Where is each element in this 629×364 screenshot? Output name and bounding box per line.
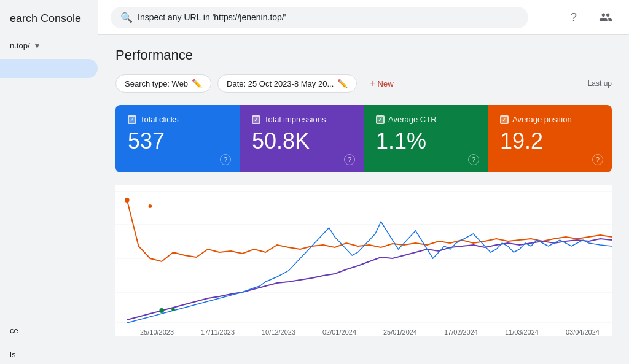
metric-cards: Total clicks 537 ? Total impressions 50.… xyxy=(115,105,612,172)
plus-icon: + xyxy=(369,78,375,89)
x-label-3: 02/01/2024 xyxy=(322,328,356,336)
orange-line xyxy=(127,200,612,261)
edit-icon-date: ✏️ xyxy=(337,79,348,88)
clicks-value: 537 xyxy=(128,130,227,152)
orange-dot-2 xyxy=(149,204,152,208)
sidebar: earch Console n.top/ ▼ ce ls xyxy=(0,0,98,364)
x-label-2: 10/12/2023 xyxy=(262,328,295,336)
sidebar-item-ls[interactable]: ls xyxy=(0,345,98,364)
clicks-label: Total clicks xyxy=(128,115,227,124)
x-label-0: 25/10/2023 xyxy=(140,328,174,336)
edit-icon-search-type: ✏️ xyxy=(192,79,202,88)
top-bar: 🔍 Inspect any URL in 'https://jenenin.to… xyxy=(98,0,629,35)
position-help-icon[interactable]: ? xyxy=(592,154,603,165)
chevron-down-icon: ▼ xyxy=(34,42,41,50)
content-area: Performance Search type: Web ✏️ Date: 25… xyxy=(98,35,629,364)
ctr-checkbox[interactable] xyxy=(376,115,385,124)
ctr-help-icon[interactable]: ? xyxy=(468,154,479,165)
sidebar-bottom-label-2: ls xyxy=(10,350,15,359)
sidebar-domain[interactable]: n.top/ ▼ xyxy=(0,37,98,54)
filter-bar: Search type: Web ✏️ Date: 25 Oct 2023-8 … xyxy=(115,74,612,93)
metric-card-impressions[interactable]: Total impressions 50.8K ? xyxy=(240,105,364,172)
sidebar-domain-label: n.top/ xyxy=(10,41,30,50)
chart-svg xyxy=(115,191,612,326)
x-label-5: 17/02/2024 xyxy=(444,328,478,336)
sidebar-title: earch Console xyxy=(0,12,98,33)
orange-dot xyxy=(125,198,130,203)
help-icon: ? xyxy=(571,11,577,24)
help-icon-btn[interactable]: ? xyxy=(563,6,585,28)
x-label-7: 03/04/2024 xyxy=(566,328,600,336)
ctr-label: Average CTR xyxy=(376,115,475,124)
x-label-4: 25/01/2024 xyxy=(383,328,417,336)
new-filter-label: New xyxy=(378,79,394,88)
performance-chart xyxy=(115,191,612,326)
sidebar-nav-active[interactable] xyxy=(0,59,98,78)
metric-card-ctr[interactable]: Average CTR 1.1% ? xyxy=(364,105,488,172)
position-label: Average position xyxy=(500,115,600,124)
sidebar-item-ce[interactable]: ce xyxy=(0,321,98,340)
chart-area: 25/10/2023 17/11/2023 10/12/2023 02/01/2… xyxy=(115,185,612,336)
position-checkbox[interactable] xyxy=(500,115,509,124)
search-type-filter[interactable]: Search type: Web ✏️ xyxy=(115,74,211,93)
search-type-label: Search type: Web xyxy=(125,79,188,88)
green-dot-1 xyxy=(159,308,164,313)
account-icon xyxy=(599,10,612,24)
blue-line xyxy=(127,222,612,323)
impressions-checkbox[interactable] xyxy=(252,115,260,124)
metric-card-position[interactable]: Average position 19.2 ? xyxy=(488,105,612,172)
search-bar[interactable]: 🔍 Inspect any URL in 'https://jenenin.to… xyxy=(111,7,528,28)
clicks-checkbox[interactable] xyxy=(128,115,136,124)
search-icon: 🔍 xyxy=(120,12,133,23)
position-value: 19.2 xyxy=(500,130,600,152)
impressions-value: 50.8K xyxy=(252,130,351,152)
x-axis-labels: 25/10/2023 17/11/2023 10/12/2023 02/01/2… xyxy=(115,326,612,336)
date-filter[interactable]: Date: 25 Oct 2023-8 May 20... ✏️ xyxy=(217,74,357,93)
impressions-help-icon[interactable]: ? xyxy=(344,154,355,165)
sidebar-nav-label xyxy=(10,64,12,73)
account-icon-btn[interactable] xyxy=(595,6,617,28)
ctr-value: 1.1% xyxy=(376,130,475,152)
metric-card-clicks[interactable]: Total clicks 537 ? xyxy=(115,105,240,172)
sidebar-bottom-label-1: ce xyxy=(10,326,18,335)
last-updated: Last up xyxy=(588,79,612,88)
page-title: Performance xyxy=(115,47,612,63)
x-label-1: 17/11/2023 xyxy=(201,328,235,336)
purple-line xyxy=(127,239,612,320)
green-dot-2 xyxy=(171,308,175,311)
app-wrapper: 🔍 Inspect any URL in 'https://jenenin.to… xyxy=(98,0,629,364)
search-input[interactable]: Inspect any URL in 'https://jenenin.top/… xyxy=(138,12,518,22)
x-label-6: 11/03/2024 xyxy=(505,328,539,336)
clicks-help-icon[interactable]: ? xyxy=(220,154,231,165)
impressions-label: Total impressions xyxy=(252,115,351,124)
top-bar-icons: ? xyxy=(563,6,617,28)
new-filter-btn[interactable]: + New xyxy=(363,74,399,93)
date-label: Date: 25 Oct 2023-8 May 20... xyxy=(227,79,334,88)
